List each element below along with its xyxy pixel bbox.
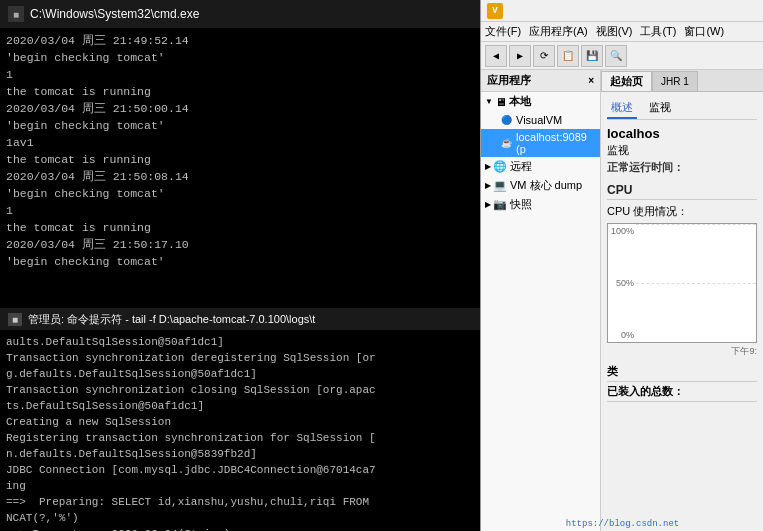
lower-line-6: Creating a new SqlSession (6, 414, 474, 430)
cmd-line-11: 1 (6, 202, 474, 219)
grid-line-top (636, 224, 756, 225)
section-tab-monitor[interactable]: 监视 (645, 98, 675, 119)
snapshot-icon: 📷 (493, 198, 507, 211)
cmd-titlebar: ■ C:\Windows\System32\cmd.exe (0, 0, 480, 28)
visualvm-toolbar: ◀ ▶ ⟳ 📋 💾 🔍 (481, 42, 763, 70)
toolbar-btn-1[interactable]: ◀ (485, 45, 507, 67)
section-tab-overview[interactable]: 概述 (607, 98, 637, 119)
menu-view[interactable]: 视图(V) (596, 24, 633, 39)
cmd-content-lower: aults.DefaultSqlSession@50af1dc1] Transa… (0, 330, 480, 531)
lower-line-13: ==> Parameters: 2020-03-04(String) (6, 526, 474, 531)
cmd-line-14: 'begin checking tomcat' (6, 253, 474, 270)
toolbar-btn-2[interactable]: ▶ (509, 45, 531, 67)
chart-timestamp: 下午9: (607, 345, 757, 358)
cpu-usage-label: CPU 使用情况： (607, 204, 757, 219)
chart-label-50: 50% (608, 278, 636, 288)
sidebar-close-icon[interactable]: × (588, 75, 594, 86)
cmd-lower-title: 管理员: 命令提示符 - tail -f D:\apache-tomcat-7.… (28, 312, 315, 327)
hostname-label: localhos (607, 126, 660, 141)
cmd-line-6: 'begin checking tomcat' (6, 117, 474, 134)
toolbar-btn-3[interactable]: ⟳ (533, 45, 555, 67)
tree-arrow-snapshot: ▶ (485, 200, 491, 209)
cmd-line-7: 1av1 (6, 134, 474, 151)
cmd-line-12: the tomcat is running (6, 219, 474, 236)
visualvm-item-icon: 🔵 (499, 113, 513, 127)
cmd-content-upper: 2020/03/04 周三 21:49:52.14 'begin checkin… (0, 28, 480, 308)
monitor-label: 监视 (607, 143, 757, 158)
visualvm-titlebar: V (481, 0, 763, 22)
main-content: 概述 监视 localhos 监视 正常运行时间： CPU CPU 使用情况： (601, 92, 763, 531)
runtime-label: 正常运行时间： (607, 161, 684, 173)
visualvm-main: 起始页 JHR 1 概述 监视 localhos 监视 (601, 70, 763, 531)
grid-line-mid (636, 283, 756, 284)
sidebar-vmdump-group[interactable]: ▶ 💻 VM 核心 dump (481, 176, 600, 195)
lower-line-12: NCAT(?,'%') (6, 510, 474, 526)
remote-icon: 🌐 (493, 160, 507, 173)
cmd-line-9: 2020/03/04 周三 21:50:08.14 (6, 168, 474, 185)
cpu-chart-area (636, 224, 756, 342)
tree-arrow-remote: ▶ (485, 162, 491, 171)
grid-line-bottom (636, 342, 756, 343)
toolbar-btn-6[interactable]: 🔍 (605, 45, 627, 67)
local-folder-icon: 🖥 (495, 96, 506, 108)
lower-line-7: Registering transaction synchronization … (6, 430, 474, 446)
tab-start-page[interactable]: 起始页 (601, 71, 652, 91)
localhost-item-icon: ☕ (499, 136, 513, 150)
sidebar-header: 应用程序 × (481, 70, 600, 92)
visualvm-sidebar: 应用程序 × ▼ 🖥 本地 🔵 VisualVM ☕ localhost:908… (481, 70, 601, 531)
visualvm-icon: V (487, 3, 503, 19)
sidebar-local-label: 本地 (509, 94, 531, 109)
lower-line-5: ts.DefaultSqlSession@50af1dc1] (6, 398, 474, 414)
runtime-info: 正常运行时间： (607, 160, 757, 175)
sidebar-item-localhost[interactable]: ☕ localhost:9089 (p (481, 129, 600, 157)
menu-file[interactable]: 文件(F) (485, 24, 521, 39)
cmd-line-5: 2020/03/04 周三 21:50:00.14 (6, 100, 474, 117)
toolbar-btn-5[interactable]: 💾 (581, 45, 603, 67)
visualvm-window: V 文件(F) 应用程序(A) 视图(V) 工具(T) 窗口(W) ◀ ▶ ⟳ … (480, 0, 763, 531)
hostname-display: localhos (607, 126, 757, 141)
menu-window[interactable]: 窗口(W) (684, 24, 724, 39)
cmd-title: C:\Windows\System32\cmd.exe (30, 7, 199, 21)
vm-dump-icon: 💻 (493, 179, 507, 192)
sidebar-item-visualvm[interactable]: 🔵 VisualVM (481, 111, 600, 129)
cmd-line-1: 2020/03/04 周三 21:49:52.14 (6, 32, 474, 49)
cpu-title: CPU (607, 183, 757, 200)
tree-arrow-local: ▼ (485, 97, 493, 106)
tab-jhr[interactable]: JHR 1 (652, 71, 698, 91)
chart-label-0: 0% (608, 330, 636, 340)
lower-line-1: aults.DefaultSqlSession@50af1dc1] (6, 334, 474, 350)
bottom-sections: 类 已装入的总数： (607, 364, 757, 402)
chart-label-100: 100% (608, 226, 636, 236)
cmd-line-4: the tomcat is running (6, 83, 474, 100)
lower-line-11: ==> Preparing: SELECT id,xianshu,yushu,c… (6, 494, 474, 510)
lower-line-3: g.defaults.DefaultSqlSession@50af1dc1] (6, 366, 474, 382)
cpu-chart-labels: 100% 50% 0% (608, 224, 636, 342)
cpu-section: CPU CPU 使用情况： 100% 50% 0% (607, 183, 757, 358)
lower-line-8: n.defaults.DefaultSqlSession@5839fb2d] (6, 446, 474, 462)
menu-tools[interactable]: 工具(T) (640, 24, 676, 39)
menu-app[interactable]: 应用程序(A) (529, 24, 588, 39)
sidebar-localhost-label: localhost:9089 (p (516, 131, 596, 155)
tree-arrow-vm: ▶ (485, 181, 491, 190)
cmd-lower-titlebar: ■ 管理员: 命令提示符 - tail -f D:\apache-tomcat-… (0, 308, 480, 330)
visualvm-body: 应用程序 × ▼ 🖥 本地 🔵 VisualVM ☕ localhost:908… (481, 70, 763, 531)
installed-label: 已装入的总数： (607, 384, 757, 402)
toolbar-btn-4[interactable]: 📋 (557, 45, 579, 67)
cmd-icon: ■ (8, 6, 24, 22)
sidebar-visualvm-label: VisualVM (516, 114, 562, 126)
cpu-chart: 100% 50% 0% (607, 223, 757, 343)
sidebar-vm-dump-label: VM 核心 dump (510, 178, 582, 193)
lower-line-10: ing (6, 478, 474, 494)
sidebar-snapshot-group[interactable]: ▶ 📷 快照 (481, 195, 600, 214)
cmd-line-3: 1 (6, 66, 474, 83)
cmd-line-13: 2020/03/04 周三 21:50:17.10 (6, 236, 474, 253)
main-tabs: 起始页 JHR 1 (601, 70, 763, 92)
cmd-line-8: the tomcat is running (6, 151, 474, 168)
sidebar-header-label: 应用程序 (487, 73, 531, 88)
sidebar-snapshot-label: 快照 (510, 197, 532, 212)
lower-line-4: Transaction synchronization closing SqlS… (6, 382, 474, 398)
sidebar-remote-group[interactable]: ▶ 🌐 远程 (481, 157, 600, 176)
visualvm-menubar: 文件(F) 应用程序(A) 视图(V) 工具(T) 窗口(W) (481, 22, 763, 42)
sidebar-local-group[interactable]: ▼ 🖥 本地 (481, 92, 600, 111)
watermark: https://blog.csdn.net (601, 519, 763, 529)
